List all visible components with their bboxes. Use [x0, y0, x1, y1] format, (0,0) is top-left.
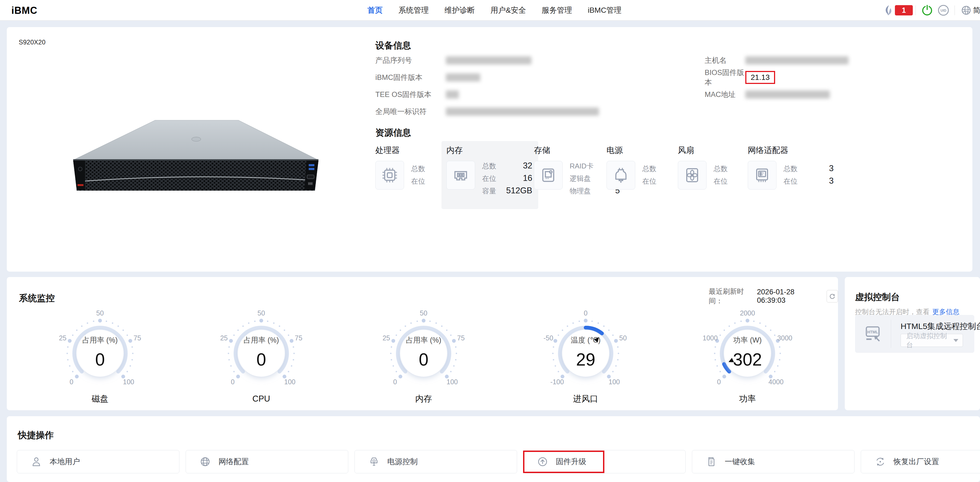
resource-card-1[interactable]: 内存 总数 32 在位 16 容量 512GB: [441, 141, 538, 209]
stat-value: 3: [829, 176, 834, 186]
stat-label: 总数: [411, 164, 425, 174]
quick-action-label: 一键收集: [725, 457, 755, 467]
stat-label: 在位: [714, 176, 728, 186]
quick-action-2[interactable]: 电源控制: [355, 450, 517, 473]
svg-text:0: 0: [393, 378, 397, 385]
stat-row: 在位 3: [784, 176, 834, 186]
svg-text:50: 50: [619, 334, 627, 342]
stat-value: 16: [523, 173, 532, 183]
svg-text:-100: -100: [550, 378, 564, 385]
device-field: iBMC固件版本: [375, 72, 480, 82]
svg-text:进风口: 进风口: [573, 394, 598, 403]
refresh-button[interactable]: [827, 290, 838, 303]
language-label[interactable]: 简: [973, 0, 980, 21]
svg-text:1000: 1000: [703, 334, 718, 342]
divider: [915, 0, 916, 21]
gauge-0: 0255075100 占用率 (%) 0 磁盘: [54, 309, 146, 403]
svg-text:100: 100: [447, 378, 458, 385]
svg-text:50: 50: [96, 309, 104, 317]
alarm-flame-icon[interactable]: [884, 0, 893, 21]
svg-text:50: 50: [420, 309, 427, 317]
svg-text:75: 75: [134, 334, 141, 342]
resource-name: 网络适配器: [748, 145, 834, 156]
quick-actions-title: 快捷操作: [18, 429, 54, 441]
alarm-count-badge[interactable]: 1: [895, 0, 913, 21]
power-status-icon[interactable]: [921, 0, 933, 21]
uid-indicator-icon[interactable]: UID: [937, 0, 950, 21]
server-image: [65, 113, 326, 192]
nav-item-4[interactable]: 服务管理: [542, 5, 572, 16]
quick-action-4[interactable]: 一键收集: [692, 450, 854, 473]
nav-item-2[interactable]: 维护诊断: [444, 5, 475, 16]
svg-text:占用率 (%): 占用率 (%): [243, 336, 279, 344]
stat-label: 在位: [642, 176, 656, 186]
psu-icon: [606, 161, 635, 190]
resource-card-5[interactable]: 网络适配器 总数 3 在位 3: [748, 145, 834, 190]
collect-icon: [706, 456, 717, 468]
cpu-icon: [375, 161, 404, 190]
quick-action-1[interactable]: 网络配置: [186, 450, 348, 473]
gauge-3: -100-50050100 温度 (℃) 29 进风口: [539, 309, 632, 403]
virtual-console-title: 虚拟控制台: [855, 291, 900, 303]
network-icon: [199, 456, 211, 468]
resource-info-title: 资源信息: [375, 127, 411, 139]
field-label: TEE OS固件版本: [375, 90, 446, 99]
quick-action-3[interactable]: 固件升级: [523, 450, 686, 473]
nav-item-5[interactable]: iBMC管理: [588, 5, 622, 16]
svg-text:内存: 内存: [415, 394, 432, 403]
svg-text:功率: 功率: [739, 394, 756, 403]
language-globe-icon[interactable]: [961, 0, 972, 21]
hint-text: 控制台无法开启时，查看: [855, 308, 929, 316]
nav-item-3[interactable]: 用户&安全: [490, 5, 526, 16]
redacted-value: [446, 108, 599, 116]
more-info-link[interactable]: 更多信息: [932, 308, 959, 316]
quick-action-label: 恢复出厂设置: [894, 457, 939, 467]
svg-text:3000: 3000: [777, 334, 792, 342]
resource-body: 总数 3 在位 3: [748, 161, 834, 190]
quick-action-label: 电源控制: [387, 457, 418, 467]
html-console-icon: HTML: [864, 325, 881, 344]
svg-text:磁盘: 磁盘: [92, 394, 108, 403]
svg-text:0: 0: [419, 350, 428, 369]
svg-text:UID: UID: [940, 9, 946, 13]
device-field: 主机名: [705, 55, 848, 65]
svg-text:100: 100: [609, 378, 620, 385]
gauge-4: 01000200030004000 功率 (W) 302 功率: [702, 309, 794, 403]
svg-text:25: 25: [59, 334, 67, 342]
field-label: MAC地址: [705, 90, 745, 99]
bios-version-highlighted: 21.13: [745, 71, 775, 84]
field-label: iBMC固件版本: [375, 73, 446, 82]
system-monitor-panel: 系统监控 最近刷新时间： 2026-01-28 06:39:03 0255075…: [7, 277, 838, 410]
top-bar: iBMC 首页系统管理维护诊断用户&安全服务管理iBMC管理 1 UID 简: [0, 0, 980, 21]
divider: [955, 0, 955, 21]
resource-stats: 总数 32 在位 16 容量 512GB: [482, 161, 532, 198]
quick-action-label: 本地用户: [49, 457, 80, 467]
device-field: 产品序列号: [375, 55, 531, 65]
redacted-value: [446, 56, 531, 65]
svg-text:25: 25: [220, 334, 228, 342]
device-field: MAC地址: [705, 89, 830, 100]
quick-action-0[interactable]: 本地用户: [17, 450, 180, 473]
nic-icon: [748, 161, 776, 190]
field-label: 全局唯一标识符: [375, 107, 446, 116]
svg-text:100: 100: [284, 378, 296, 385]
launch-console-dropdown[interactable]: 启动虚拟控制台: [900, 334, 963, 347]
stat-label: 在位: [411, 176, 425, 186]
nav-item-1[interactable]: 系统管理: [398, 5, 429, 16]
svg-text:0: 0: [256, 350, 266, 369]
nav-item-0[interactable]: 首页: [368, 5, 383, 16]
svg-text:302: 302: [733, 350, 762, 369]
resource-stats: 总数 3 在位 3: [784, 161, 834, 190]
stat-label: 容量: [482, 186, 496, 196]
svg-text:-50: -50: [543, 334, 553, 342]
refresh-row: 最近刷新时间： 2026-01-28 06:39:03: [709, 287, 838, 306]
firmware-upgrade-icon: [537, 456, 548, 468]
device-field: 全局唯一标识符: [375, 106, 599, 117]
quick-action-5[interactable]: 恢复出厂设置: [861, 450, 980, 473]
stat-value: 3: [829, 163, 834, 173]
svg-text:0: 0: [95, 350, 105, 369]
memory-icon: [446, 161, 475, 190]
quick-action-label: 固件升级: [556, 457, 586, 467]
virtual-console-panel: 虚拟控制台 控制台无法开启时，查看更多信息 HTML HTML5集成远程控制台 …: [845, 277, 980, 410]
stat-label: 总数: [482, 162, 496, 171]
